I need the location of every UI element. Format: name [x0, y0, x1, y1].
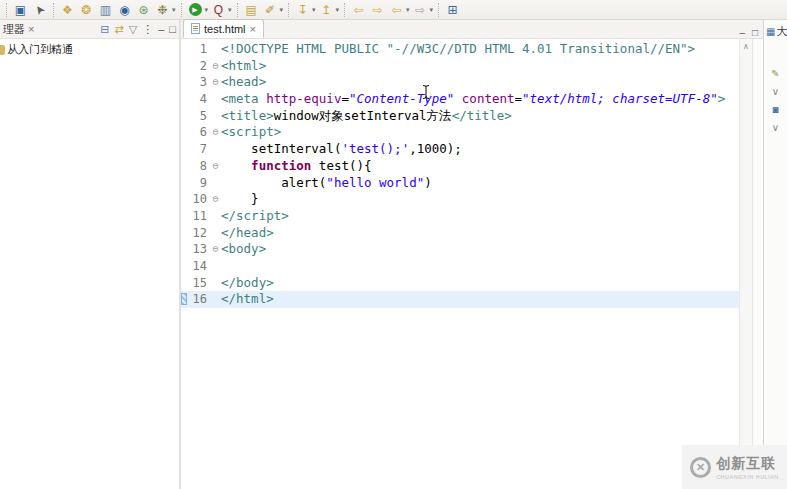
chevron-down-icon[interactable]: ∨ [772, 122, 779, 134]
maximize-icon[interactable]: □ [169, 21, 176, 37]
debug-icon[interactable]: ⊛ [135, 2, 152, 18]
code-line[interactable]: 11</script> [181, 208, 739, 225]
web-browser-icon[interactable]: ◉ [116, 2, 133, 18]
dropdown-arrow-icon[interactable]: ▾ [280, 6, 284, 14]
new-wizard-icon[interactable]: ▣ [12, 2, 29, 18]
fold-collapse-icon[interactable]: ⊖ [210, 124, 221, 141]
code-text[interactable]: function test(){ [221, 158, 739, 175]
close-icon[interactable]: × [250, 23, 256, 35]
code-text[interactable]: } [221, 191, 739, 208]
code-text[interactable]: <title>window对象setInterval方法</title> [221, 108, 739, 125]
page-edit-icon[interactable]: ✎ [771, 68, 779, 80]
code-line[interactable]: 14 [181, 258, 739, 275]
gutter-ruler[interactable] [181, 175, 188, 192]
outline-icon[interactable]: ▦ [766, 26, 775, 37]
filter-icon[interactable]: ▽ [129, 21, 137, 37]
code-text[interactable]: alert("hello world") [221, 175, 739, 192]
code-text[interactable]: <html> [221, 58, 739, 75]
code-line[interactable]: 9 alert("hello world") [181, 175, 739, 192]
minimize-icon[interactable]: – [739, 27, 745, 38]
gutter-ruler[interactable] [181, 124, 188, 141]
select-cursor-icon[interactable]: ➤ [28, 0, 51, 21]
code-text[interactable]: </body> [221, 275, 739, 292]
code-line[interactable]: 15</body> [181, 275, 739, 292]
mark-occurrences-icon[interactable]: ✐ [262, 2, 279, 18]
collapse-all-icon[interactable]: ⊟ [100, 21, 109, 37]
chevron-down-icon[interactable]: ∨ [772, 86, 779, 98]
open-perspective-icon[interactable]: ⊞ [444, 2, 461, 18]
code-line[interactable]: 8⊖ function test(){ [181, 158, 739, 175]
dropdown-arrow-icon[interactable]: ▾ [430, 6, 434, 14]
tree-item-project[interactable]: 从入门到精通 [0, 42, 179, 57]
code-text[interactable]: <body> [221, 241, 739, 258]
link-editor-icon[interactable]: ⇄ [115, 21, 124, 37]
fold-collapse-icon[interactable]: ⊖ [210, 58, 221, 75]
external-tools-icon[interactable]: ❉ [154, 2, 171, 18]
code-line[interactable]: 7 setInterval('test();',1000); [181, 141, 739, 158]
gutter-ruler[interactable] [181, 275, 188, 292]
open-folder-icon[interactable]: ▤ [243, 2, 260, 18]
code-line[interactable]: 1<!DOCTYPE HTML PUBLIC "-//W3C//DTD HTML… [181, 41, 739, 58]
close-icon[interactable]: × [28, 23, 34, 35]
code-text[interactable]: <head> [221, 74, 739, 91]
code-line[interactable]: 2⊖<html> [181, 58, 739, 75]
coverage-icon[interactable]: Q [210, 2, 227, 18]
package-explorer-tab-label[interactable]: 理器 [3, 22, 25, 37]
gutter-ruler[interactable] [181, 225, 188, 242]
gutter-ruler[interactable] [181, 158, 188, 175]
fold-collapse-icon[interactable]: ⊖ [210, 241, 221, 258]
code-text[interactable]: </head> [221, 225, 739, 242]
code-text[interactable]: </html> [221, 291, 739, 308]
code-line[interactable]: 16</html> [181, 291, 739, 308]
fold-collapse-icon[interactable]: ⊖ [210, 74, 221, 91]
gutter-ruler[interactable] [181, 58, 188, 75]
code-line[interactable]: 3⊖<head> [181, 74, 739, 91]
gutter-ruler[interactable] [181, 108, 188, 125]
overview-ruler[interactable] [752, 39, 763, 489]
run-icon[interactable]: ▶ [189, 3, 202, 16]
code-line[interactable]: 6⊖<script> [181, 124, 739, 141]
gutter-ruler[interactable] [181, 208, 188, 225]
forward-icon[interactable]: ⇨ [369, 2, 386, 18]
fold-collapse-icon[interactable]: ⊖ [210, 158, 221, 175]
dropdown-arrow-icon[interactable]: ▾ [336, 6, 340, 14]
gutter-ruler[interactable] [181, 91, 188, 108]
new-folder-icon[interactable]: ❂ [78, 2, 95, 18]
code-text[interactable]: <script> [221, 124, 739, 141]
code-line[interactable]: 12</head> [181, 225, 739, 242]
code-editor[interactable]: 1<!DOCTYPE HTML PUBLIC "-//W3C//DTD HTML… [181, 39, 763, 489]
outline-label[interactable]: 大 [776, 24, 787, 39]
gutter-ruler[interactable] [181, 291, 188, 308]
gutter-ruler[interactable] [181, 74, 188, 91]
dropdown-arrow-icon[interactable]: ▾ [172, 6, 176, 14]
gutter-ruler[interactable] [181, 41, 188, 58]
next-annotation-icon[interactable]: ↥ [318, 2, 335, 18]
view-toggle-icon[interactable]: ◙ [772, 104, 778, 116]
back-icon[interactable]: ⇦ [350, 2, 367, 18]
dropdown-arrow-icon[interactable]: ▾ [228, 6, 232, 14]
code-line[interactable]: 5<title>window对象setInterval方法</title> [181, 108, 739, 125]
minimize-icon[interactable]: – [158, 21, 164, 37]
forward-history-icon[interactable]: ⇨ [412, 2, 429, 18]
gutter-ruler[interactable] [181, 141, 188, 158]
dropdown-arrow-icon[interactable]: ▾ [312, 6, 316, 14]
dropdown-arrow-icon[interactable]: ▾ [205, 6, 209, 14]
code-text[interactable]: setInterval('test();',1000); [221, 141, 739, 158]
scroll-up-icon[interactable]: ∧ [743, 42, 749, 51]
code-text[interactable]: <meta http-equiv="Content-Type" content=… [221, 91, 739, 108]
tab-test-html[interactable]: test.html × [183, 19, 264, 38]
code-line[interactable]: 10⊖ } [181, 191, 739, 208]
gutter-ruler[interactable] [181, 258, 188, 275]
view-menu-icon[interactable]: ⋮ [142, 21, 153, 37]
gutter-ruler[interactable] [181, 191, 188, 208]
code-line[interactable]: 4<meta http-equiv="Content-Type" content… [181, 91, 739, 108]
new-file-icon[interactable]: ❖ [59, 2, 76, 18]
code-text[interactable]: </script> [221, 208, 739, 225]
code-line[interactable]: 13⊖<body> [181, 241, 739, 258]
save-icon[interactable]: ▥ [97, 2, 114, 18]
fold-collapse-icon[interactable]: ⊖ [210, 191, 221, 208]
back-history-icon[interactable]: ⇦ [388, 2, 405, 18]
dropdown-arrow-icon[interactable]: ▾ [406, 6, 410, 14]
last-edit-location-icon[interactable]: ↧ [294, 2, 311, 18]
code-text[interactable]: <!DOCTYPE HTML PUBLIC "-//W3C//DTD HTML … [221, 41, 739, 58]
